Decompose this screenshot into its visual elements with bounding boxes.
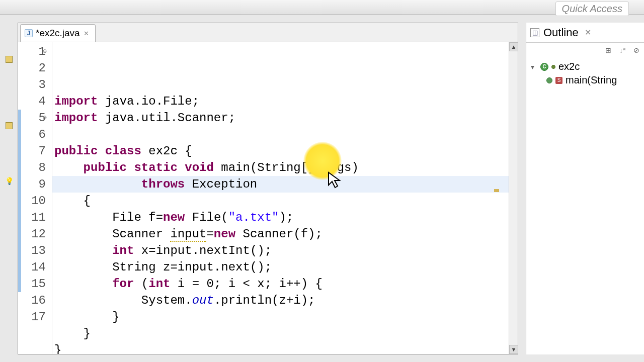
- code-line[interactable]: import java.util.Scanner;: [52, 110, 509, 126]
- code-line[interactable]: public class ex2c {: [52, 143, 509, 159]
- code-line[interactable]: import java.io.File;: [52, 93, 509, 110]
- outline-header: ◫ Outline ✕: [526, 23, 644, 43]
- outline-method-row[interactable]: S main(String: [527, 73, 643, 87]
- editor-pane: J *ex2c.java ✕ 💡 1⊖2345⊖6789101112131415…: [18, 23, 518, 354]
- line-number: 6: [18, 126, 46, 143]
- static-badge-icon: S: [555, 77, 562, 84]
- code-line[interactable]: {: [52, 193, 509, 209]
- line-number: 15: [18, 276, 46, 292]
- line-number: 2: [18, 60, 46, 76]
- outline-toolbar: ⊞ ↓ª ⊘: [526, 43, 644, 58]
- class-sub-icon: [551, 65, 555, 69]
- outline-sort-icon[interactable]: ↓ª: [618, 46, 627, 55]
- outline-title: Outline: [543, 26, 579, 39]
- tab-ex2c[interactable]: J *ex2c.java ✕: [20, 24, 96, 42]
- outline-class-name: ex2c: [558, 61, 580, 72]
- line-number: 9: [18, 176, 46, 193]
- code-line[interactable]: String z=input.next();: [52, 259, 509, 276]
- line-number-gutter: 💡 1⊖2345⊖67891011121314151617: [18, 42, 52, 354]
- code-line[interactable]: public static void main(String[] args): [52, 159, 509, 176]
- outline-pane: ◫ Outline ✕ ⊞ ↓ª ⊘ ▾ C ex2c S main(Strin…: [526, 23, 644, 354]
- line-number: 10: [18, 193, 46, 209]
- code-line[interactable]: throws Exception: [52, 176, 509, 193]
- line-number: 12: [18, 226, 46, 242]
- line-number: 13: [18, 242, 46, 259]
- line-number: 17: [18, 309, 46, 325]
- class-icon: C: [540, 63, 548, 71]
- vertical-scrollbar[interactable]: ▲ ▼: [509, 42, 518, 354]
- code-line[interactable]: }: [52, 309, 509, 325]
- code-line[interactable]: int x=input.nextInt();: [52, 242, 509, 259]
- outline-class-row[interactable]: ▾ C ex2c: [527, 60, 643, 73]
- line-number: 5⊖: [18, 110, 46, 126]
- top-toolbar: Quick Access: [0, 0, 644, 15]
- code-line[interactable]: Scanner input=new Scanner(f);: [52, 226, 509, 242]
- quick-access-box[interactable]: Quick Access: [555, 2, 629, 16]
- scroll-down-arrow[interactable]: ▼: [509, 345, 518, 354]
- outline-view-icon: ◫: [530, 28, 539, 37]
- gutter-icon-strip: 💡: [5, 42, 17, 354]
- code-line[interactable]: for (int i = 0; i < x; i++) {: [52, 276, 509, 292]
- method-icon: [546, 77, 552, 83]
- code-text-area[interactable]: import java.io.File;import java.util.Sca…: [52, 42, 509, 354]
- editor-tab-bar: J *ex2c.java ✕: [18, 23, 518, 42]
- outline-hide-icon[interactable]: ⊘: [632, 46, 641, 55]
- scroll-up-arrow[interactable]: ▲: [509, 42, 518, 51]
- outline-method-name: main(String: [566, 74, 617, 86]
- code-line[interactable]: File f=new File("a.txt");: [52, 209, 509, 226]
- code-line[interactable]: [52, 126, 509, 143]
- line-number: 14: [18, 259, 46, 276]
- overview-ruler: [494, 42, 500, 354]
- outline-close-icon[interactable]: ✕: [585, 28, 591, 37]
- editor-body: 💡 1⊖2345⊖67891011121314151617 import jav…: [18, 42, 518, 354]
- line-number: 16: [18, 292, 46, 309]
- line-number: 7: [18, 143, 46, 159]
- tree-expand-icon[interactable]: ▾: [527, 63, 537, 71]
- line-number: 1⊖: [18, 43, 46, 60]
- outline-tree: ▾ C ex2c S main(String: [526, 58, 644, 89]
- java-file-icon: J: [25, 29, 33, 37]
- code-line[interactable]: }: [52, 325, 509, 342]
- tab-close-icon[interactable]: ✕: [83, 30, 90, 37]
- code-line[interactable]: }: [52, 342, 509, 354]
- line-number: 8: [18, 159, 46, 176]
- line-number: 3: [18, 76, 46, 93]
- line-number: 4: [18, 93, 46, 110]
- outline-focus-icon[interactable]: ⊞: [604, 46, 613, 55]
- code-line[interactable]: System.out.println(z+i);: [52, 292, 509, 309]
- ruler-warning-mark[interactable]: [494, 189, 499, 192]
- tab-title: *ex2c.java: [36, 28, 80, 39]
- line-number: 11: [18, 209, 46, 226]
- gutter-lightbulb-icon[interactable]: 💡: [5, 177, 14, 186]
